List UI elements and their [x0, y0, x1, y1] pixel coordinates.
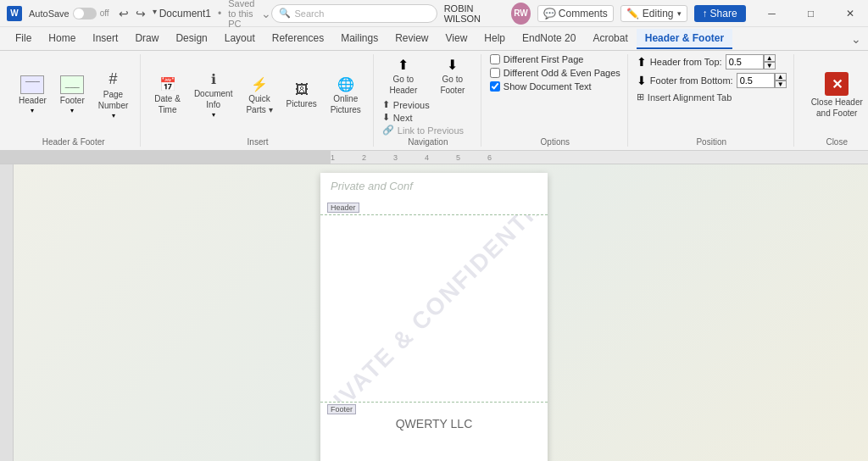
tab-mailings[interactable]: Mailings [332, 29, 387, 49]
different-first-page-checkbox[interactable] [490, 54, 500, 64]
minimize-button[interactable]: ─ [753, 0, 792, 27]
navigation-items: ⬆ Go to Header ⬇ Go to Footer ⬆ Previous [382, 54, 474, 136]
ribbon-group-position: ⬆ Header from Top: ▲ ▼ ⬇ Footer from Bot… [630, 54, 794, 147]
header-button[interactable]: ─── Header ▾ [14, 73, 52, 117]
undo-redo-group: ↩ ↪ ▾ [116, 5, 159, 22]
different-odd-even-checkbox[interactable] [490, 68, 500, 78]
header-top-up[interactable]: ▲ [764, 54, 776, 62]
insert-group-label: Insert [149, 136, 366, 147]
footer-button[interactable]: ─── Footer ▾ [55, 73, 90, 117]
search-placeholder: Search [294, 8, 324, 19]
pictures-button[interactable]: 🖼 Pictures [281, 80, 322, 111]
page-header[interactable]: Private and Conf Header [320, 173, 548, 215]
footer-company-text: QWERTY LLC [396, 417, 473, 430]
header-icon: ─── [20, 75, 44, 94]
user-name: ROBIN WILSON [444, 3, 504, 24]
page-number-button[interactable]: # Page Number ▾ [93, 68, 134, 122]
title-bar-right: 🔍 Search ROBIN WILSON RW 💬 Comments ✏️ E… [271, 0, 868, 27]
doc-info-dropdown: ▾ [212, 111, 215, 119]
tab-draw[interactable]: Draw [126, 29, 167, 49]
tab-references[interactable]: References [264, 29, 332, 49]
tab-file[interactable]: File [7, 29, 40, 49]
previous-button[interactable]: ⬆ Previous [382, 99, 464, 110]
quick-parts-icon: ⚡ [251, 76, 268, 92]
header-top-down[interactable]: ▼ [764, 62, 776, 69]
online-pictures-button[interactable]: 🌐 Online Pictures [326, 74, 366, 117]
date-time-button[interactable]: 📅 Date & Time [149, 74, 186, 117]
user-avatar[interactable]: RW [511, 3, 531, 25]
editing-button[interactable]: ✏️ Editing ▾ [620, 5, 687, 22]
tab-help[interactable]: Help [476, 29, 514, 49]
page-number-dropdown: ▾ [112, 112, 115, 119]
comment-icon: 💬 [543, 8, 556, 19]
document-area: Private and Conf Header PRIVATE & CONFID… [0, 164, 868, 461]
navigation-group-label: Navigation [382, 136, 474, 147]
share-button[interactable]: ↑ Share [694, 5, 746, 22]
position-items: ⬆ Header from Top: ▲ ▼ ⬇ Footer from Bot… [637, 54, 787, 136]
autosave-toggle[interactable]: AutoSave off [29, 8, 109, 19]
ribbon: File Home Insert Draw Design Layout Refe… [0, 27, 868, 151]
comments-button[interactable]: 💬 Comments [537, 5, 614, 22]
title-bar: W AutoSave off ↩ ↪ ▾ Document1 • Saved t… [0, 0, 868, 27]
share-icon: ↑ [703, 8, 708, 19]
word-logo: W [7, 6, 22, 21]
header-top-spin: ▲ ▼ [764, 54, 776, 69]
footer-label-tag: Footer [327, 404, 356, 414]
header-from-top-input[interactable] [726, 54, 764, 69]
vertical-ruler [0, 164, 14, 461]
footer-dropdown: ▾ [70, 107, 74, 114]
go-to-footer-icon: ⬇ [447, 57, 458, 73]
dropdown-arrow[interactable]: ⌄ [261, 7, 271, 20]
footer-icon: ─── [60, 75, 84, 94]
ribbon-group-navigation: ⬆ Go to Header ⬇ Go to Footer ⬆ Previous [376, 54, 481, 147]
options-items: Different First Page Different Odd & Eve… [490, 54, 620, 136]
ruler: 1 2 3 4 5 6 [0, 151, 868, 164]
redo-button[interactable]: ↪ [133, 5, 148, 22]
close-red-icon: ✕ [825, 72, 849, 96]
go-to-header-button[interactable]: ⬆ Go to Header [382, 54, 425, 97]
tab-layout[interactable]: Layout [216, 29, 264, 49]
pencil-icon: ✏️ [626, 8, 639, 19]
show-document-text-option[interactable]: Show Document Text [490, 81, 592, 92]
footer-bottom-up[interactable]: ▲ [775, 73, 787, 81]
filename: Document1 [159, 8, 211, 19]
close-header-footer-button[interactable]: ✕ Close Header and Footer [803, 69, 868, 121]
page-footer[interactable]: Footer QWERTY LLC [320, 402, 548, 444]
close-button[interactable]: ✕ [831, 0, 868, 27]
show-document-text-checkbox[interactable] [490, 81, 500, 92]
tab-home[interactable]: Home [40, 29, 84, 49]
tab-acrobat[interactable]: Acrobat [584, 29, 636, 49]
different-first-page-option[interactable]: Different First Page [490, 54, 584, 64]
alignment-icon: ⊞ [637, 92, 644, 103]
close-items: ✕ Close Header and Footer [803, 54, 868, 136]
customize-qat[interactable]: ▾ [150, 5, 159, 22]
insert-alignment-tab-button[interactable]: ⊞ Insert Alignment Tab [637, 92, 732, 103]
tab-header-footer[interactable]: Header & Footer [637, 29, 732, 49]
maximize-button[interactable]: □ [792, 0, 831, 27]
ribbon-collapse[interactable]: ⌄ [851, 32, 861, 46]
footer-bottom-down[interactable]: ▼ [775, 81, 787, 88]
search-box[interactable]: 🔍 Search [271, 4, 437, 23]
autosave-switch[interactable] [73, 8, 97, 19]
watermark-text: PRIVATE & CONFIDENTIAL [320, 215, 548, 402]
link-to-previous-button[interactable]: 🔗 Link to Previous [382, 125, 464, 136]
tab-view[interactable]: View [437, 29, 476, 49]
go-to-footer-button[interactable]: ⬇ Go to Footer [431, 54, 474, 97]
tab-endnote[interactable]: EndNote 20 [514, 29, 584, 49]
different-odd-even-option[interactable]: Different Odd & Even Pages [490, 68, 620, 78]
undo-button[interactable]: ↩ [116, 5, 131, 22]
dropdown-icon: ▾ [677, 9, 682, 18]
footer-from-bottom-input[interactable] [737, 73, 775, 88]
tab-review[interactable]: Review [387, 29, 437, 49]
doc-info-icon: ℹ [211, 71, 216, 87]
header-footer-items: ─── Header ▾ ─── Footer ▾ # Page Number … [14, 54, 133, 136]
search-icon: 🔍 [279, 8, 291, 19]
options-group-label: Options [490, 136, 620, 147]
tab-insert[interactable]: Insert [84, 29, 126, 49]
go-to-header-icon: ⬆ [398, 57, 409, 73]
next-button[interactable]: ⬇ Next [382, 112, 464, 123]
quick-parts-button[interactable]: ⚡ Quick Parts ▾ [241, 74, 277, 117]
doc-info-button[interactable]: ℹ Document Info ▾ [189, 69, 238, 121]
title-bar-left: W AutoSave off ↩ ↪ ▾ [7, 5, 159, 22]
tab-design[interactable]: Design [167, 29, 215, 49]
